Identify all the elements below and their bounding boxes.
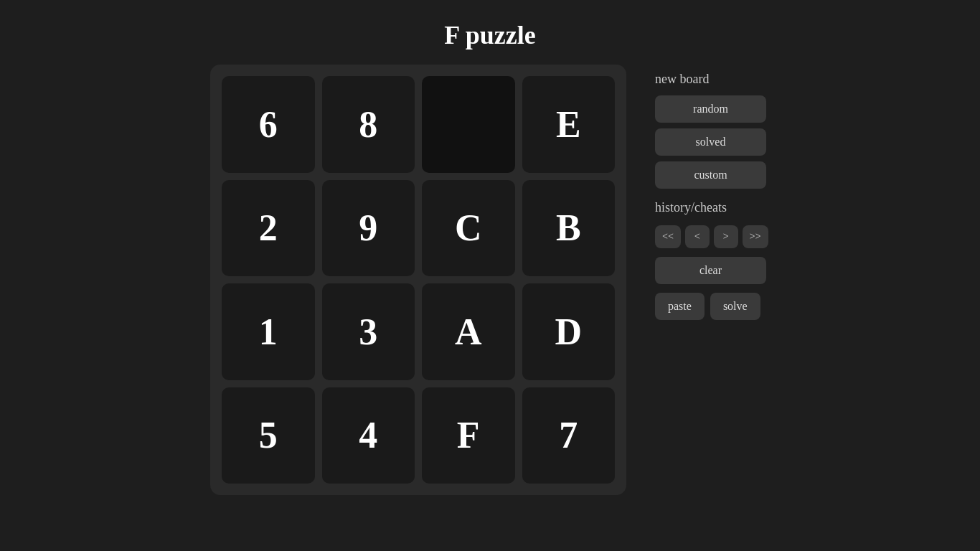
tile-7[interactable]: B: [522, 180, 616, 277]
paste-solve-row: paste solve: [655, 293, 760, 320]
tile-2[interactable]: [422, 76, 515, 173]
sidebar: new board random solved custom history/c…: [655, 72, 770, 320]
nav-next-button[interactable]: >: [714, 225, 738, 248]
main-area: 68E29CB13AD54F7 new board random solved …: [210, 65, 770, 495]
tile-10[interactable]: A: [422, 283, 515, 380]
tile-0[interactable]: 6: [222, 76, 315, 173]
tile-4[interactable]: 2: [222, 180, 315, 277]
history-cheats-label: history/cheats: [655, 200, 727, 215]
tile-5[interactable]: 9: [322, 180, 415, 277]
paste-button[interactable]: paste: [655, 293, 705, 320]
tile-14[interactable]: F: [422, 387, 515, 484]
custom-button[interactable]: custom: [655, 161, 766, 189]
tile-6[interactable]: C: [422, 180, 515, 277]
nav-first-button[interactable]: <<: [655, 225, 681, 248]
solved-button[interactable]: solved: [655, 128, 766, 156]
tile-8[interactable]: 1: [222, 283, 315, 380]
tile-9[interactable]: 3: [322, 283, 415, 380]
random-button[interactable]: random: [655, 95, 766, 123]
clear-button[interactable]: clear: [655, 257, 766, 284]
tile-11[interactable]: D: [522, 283, 616, 380]
tile-1[interactable]: 8: [322, 76, 415, 173]
nav-prev-button[interactable]: <: [685, 225, 710, 248]
puzzle-board: 68E29CB13AD54F7: [210, 65, 626, 495]
tile-13[interactable]: 4: [322, 387, 415, 484]
solve-button[interactable]: solve: [710, 293, 760, 320]
nav-last-button[interactable]: >>: [743, 225, 768, 248]
new-board-label: new board: [655, 72, 709, 87]
history-nav: << < > >>: [655, 225, 768, 248]
tile-12[interactable]: 5: [222, 387, 315, 484]
tile-3[interactable]: E: [522, 76, 616, 173]
page-title: F puzzle: [444, 20, 536, 50]
tile-15[interactable]: 7: [522, 387, 616, 484]
